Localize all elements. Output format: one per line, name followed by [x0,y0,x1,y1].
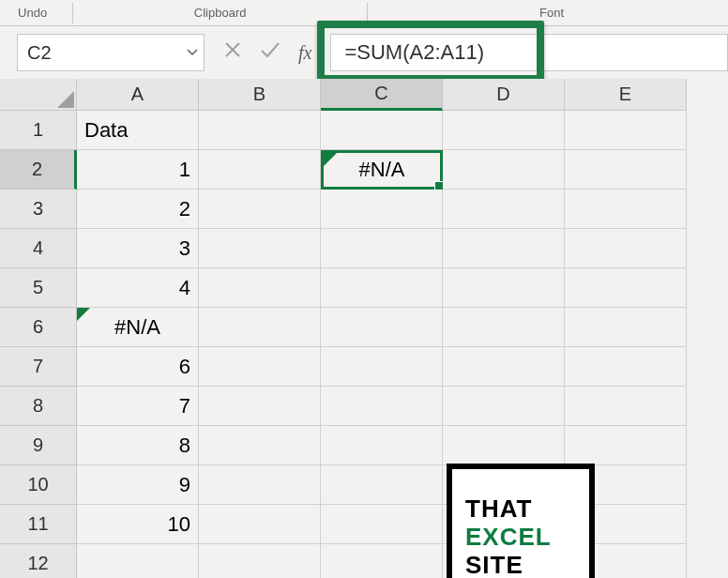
formula-actions: fx [216,40,319,65]
cell-B11[interactable] [199,505,321,544]
watermark-logo: THAT EXCEL SITE [447,464,595,578]
column-header-E[interactable]: E [565,79,687,111]
cell-B10[interactable] [199,465,321,505]
cell-E4[interactable] [565,229,687,268]
cell-A7[interactable]: 6 [77,347,199,387]
cell-D6[interactable] [443,308,565,347]
column-header-A[interactable]: A [77,79,199,111]
cell-E5[interactable] [565,268,687,308]
cell-D4[interactable] [443,229,565,268]
cell-E6[interactable] [565,308,687,347]
cell-B12[interactable] [199,544,321,578]
cell-A9[interactable]: 8 [77,426,199,465]
column-headers: ABCDE [77,79,687,111]
formula-input[interactable] [330,34,728,71]
cell-A6[interactable]: #N/A [77,308,199,347]
column-header-C[interactable]: C [321,79,443,111]
cell-B2[interactable] [199,150,321,190]
watermark-line3: SITE [465,552,589,578]
cell-A11[interactable]: 10 [77,505,199,544]
select-all-corner[interactable] [0,79,77,111]
row-header-6[interactable]: 6 [0,308,77,347]
cell-A10[interactable]: 9 [77,465,199,505]
cell-C9[interactable] [321,426,443,465]
row-header-7[interactable]: 7 [0,347,77,387]
cells-area: Data1#N/A234#N/A678910 [77,111,687,578]
row-header-8[interactable]: 8 [0,387,77,426]
watermark-line2: EXCEL [465,524,589,552]
cell-B7[interactable] [199,347,321,387]
ribbon-undo-group: Undo [0,6,65,20]
ribbon-clipboard-group: Clipboard [81,6,359,20]
cell-E2[interactable] [565,150,687,190]
column-header-B[interactable]: B [199,79,321,111]
cell-C1[interactable] [321,111,443,150]
cell-C7[interactable] [321,347,443,387]
cell-D7[interactable] [443,347,565,387]
cell-E7[interactable] [565,347,687,387]
ribbon-group-labels: Undo Clipboard Font [0,0,728,26]
cell-E8[interactable] [565,387,687,426]
column-header-D[interactable]: D [443,79,565,111]
cell-A3[interactable]: 2 [77,190,199,229]
cell-C8[interactable] [321,387,443,426]
cell-E1[interactable] [565,111,687,150]
cell-C5[interactable] [321,268,443,308]
cell-B5[interactable] [199,268,321,308]
cell-D8[interactable] [443,387,565,426]
ribbon-divider [72,3,73,23]
cell-C6[interactable] [321,308,443,347]
row-header-12[interactable]: 12 [0,544,77,578]
cell-C12[interactable] [321,544,443,578]
cell-A8[interactable]: 7 [77,387,199,426]
cell-B6[interactable] [199,308,321,347]
cell-B9[interactable] [199,426,321,465]
ribbon-divider [367,3,368,23]
cell-B8[interactable] [199,387,321,426]
cell-A2[interactable]: 1 [77,150,199,190]
name-box[interactable]: C2 [17,34,205,71]
row-header-9[interactable]: 9 [0,426,77,465]
cancel-icon[interactable] [223,40,242,65]
row-header-3[interactable]: 3 [0,190,77,229]
watermark-line1: THAT [465,495,589,524]
cell-B1[interactable] [199,111,321,150]
cell-C10[interactable] [321,465,443,505]
fx-icon[interactable]: fx [298,42,311,64]
cell-D9[interactable] [443,426,565,465]
row-header-10[interactable]: 10 [0,465,77,505]
cell-A4[interactable]: 3 [77,229,199,268]
cell-A5[interactable]: 4 [77,268,199,308]
row-header-2[interactable]: 2 [0,150,77,190]
cell-C4[interactable] [321,229,443,268]
cell-D5[interactable] [443,268,565,308]
cell-C2[interactable]: #N/A [321,150,443,190]
cell-B4[interactable] [199,229,321,268]
cell-E9[interactable] [565,426,687,465]
row-headers: 123456789101112 [0,111,77,578]
enter-icon[interactable] [259,40,281,65]
cell-B3[interactable] [199,190,321,229]
row-header-4[interactable]: 4 [0,229,77,268]
chevron-down-icon[interactable] [187,46,198,59]
cell-D3[interactable] [443,190,565,229]
row-header-1[interactable]: 1 [0,111,77,150]
row-header-11[interactable]: 11 [0,505,77,544]
row-header-5[interactable]: 5 [0,268,77,308]
cell-C3[interactable] [321,190,443,229]
cell-C11[interactable] [321,505,443,544]
cell-E3[interactable] [565,190,687,229]
ribbon-font-group: Font [375,6,728,20]
formula-bar: C2 fx [0,26,728,79]
cell-A1[interactable]: Data [77,111,199,150]
name-box-value: C2 [27,42,52,64]
cell-D2[interactable] [443,150,565,190]
cell-A12[interactable] [77,544,199,578]
cell-D1[interactable] [443,111,565,150]
